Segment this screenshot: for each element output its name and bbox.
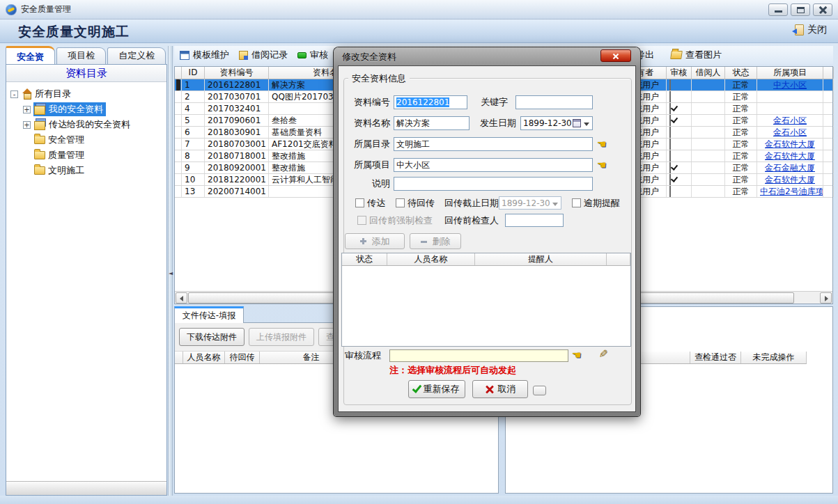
cell-ind: [175, 127, 182, 138]
collapse-left-icon[interactable]: ◄: [169, 269, 173, 278]
tab-自定义检索[interactable]: 自定义检索: [107, 47, 166, 64]
reminder-column-状态[interactable]: 状态: [342, 253, 387, 265]
tree-item-所有目录[interactable]: -所有目录: [9, 86, 166, 102]
reminder-column-提醒人[interactable]: 提醒人: [475, 253, 607, 265]
choose-project-icon[interactable]: ☚: [597, 159, 611, 171]
dropdown-arrow-icon[interactable]: [584, 123, 589, 126]
grid-column-header-project[interactable]: 所属项目: [757, 67, 823, 79]
borrow-records-button[interactable]: 借阅记录: [235, 47, 292, 63]
page-title: 安全质量文明施工: [18, 23, 130, 41]
project-link[interactable]: 金石金融大厦: [765, 163, 815, 173]
expander-icon[interactable]: +: [23, 121, 31, 129]
scroll-left-button[interactable]: [176, 292, 187, 304]
tree-item-传达给我的安全资料[interactable]: +传达给我的安全资料: [9, 117, 166, 132]
transmit-column-blank[interactable]: [175, 352, 183, 363]
project-link[interactable]: 中石油2号油库项: [760, 187, 823, 196]
transmit-column-人员名称[interactable]: 人员名称: [183, 352, 225, 363]
folder-icon: [34, 151, 45, 159]
view-image-button[interactable]: 查看图片: [667, 47, 726, 63]
audit-checkbox[interactable]: [669, 186, 671, 197]
cell-ind: [175, 115, 182, 126]
delete-button[interactable]: 删除: [410, 233, 461, 249]
clear-flow-icon[interactable]: ✎: [594, 348, 608, 361]
small-blank-button[interactable]: [533, 386, 546, 395]
panel-splitter[interactable]: ◄: [168, 46, 173, 496]
tree-item-我的安全资料[interactable]: +我的安全资料: [9, 102, 166, 117]
code-input[interactable]: 2016122801: [394, 95, 467, 109]
cell-audit: [667, 103, 692, 114]
audit-checkbox[interactable]: [669, 162, 671, 173]
close-window-button[interactable]: [813, 3, 832, 16]
audit-checkbox[interactable]: [669, 79, 671, 90]
reminder-table-header: 状态人员名称提醒人: [342, 253, 630, 266]
cell-audit: [667, 91, 692, 102]
tab-安全资料[interactable]: 安全资料: [6, 46, 55, 64]
button-上传填报附件[interactable]: 上传填报附件: [249, 328, 314, 346]
scroll-right-button[interactable]: [820, 292, 832, 304]
add-button[interactable]: 添加: [345, 233, 405, 249]
grid-column-header-extra[interactable]: [823, 67, 834, 79]
project-link[interactable]: 中大小区: [773, 80, 807, 90]
transmit-column-待回传[interactable]: 待回传: [225, 352, 260, 363]
keyword-input[interactable]: [515, 95, 593, 109]
tree-item-质量管理[interactable]: 质量管理: [9, 148, 166, 163]
audit-checkbox[interactable]: [669, 174, 671, 185]
force-check-checkbox[interactable]: [357, 216, 366, 225]
grid-column-header-status[interactable]: 状态: [725, 67, 757, 79]
template-maintenance-button[interactable]: 模板维护: [176, 47, 233, 63]
audit-checkbox[interactable]: [669, 139, 671, 150]
tab-项目检索[interactable]: 项目检索: [56, 47, 106, 64]
project-link[interactable]: 金石软件大厦: [765, 175, 815, 184]
cancel-button[interactable]: 取消: [472, 380, 528, 398]
tree-item-content: 质量管理: [33, 148, 87, 162]
close-module-button[interactable]: 关闭: [795, 24, 827, 36]
project-input[interactable]: 中大小区: [394, 158, 593, 172]
project-link[interactable]: 金石软件大厦: [765, 151, 815, 161]
dialog-title: 修改安全资料: [342, 51, 396, 63]
audit-checkbox[interactable]: [669, 115, 671, 126]
grid-column-header-audit[interactable]: 审核: [667, 67, 692, 79]
overdue-checkbox[interactable]: [572, 198, 581, 207]
expander-icon[interactable]: -: [10, 90, 18, 98]
reminder-column-人员名称[interactable]: 人员名称: [387, 253, 475, 265]
calendar-icon: [573, 119, 581, 127]
project-link[interactable]: 金石软件大厦: [765, 139, 815, 149]
expander-icon[interactable]: +: [23, 106, 31, 113]
tab-file-transmit[interactable]: 文件传达-填报: [174, 306, 244, 323]
grid-column-header-id[interactable]: ID: [182, 67, 205, 79]
checker-input[interactable]: [505, 214, 564, 227]
minimize-button[interactable]: [768, 3, 788, 16]
tree-item-安全管理[interactable]: 安全管理: [9, 132, 166, 148]
date-combo[interactable]: 1899-12-30: [520, 116, 593, 130]
check-column-未完成操作[interactable]: 未完成操作: [741, 352, 807, 363]
cell-project: 金石小区: [757, 127, 823, 138]
project-link[interactable]: 金石小区: [773, 127, 807, 137]
tree-item-文明施工[interactable]: 文明施工: [9, 163, 166, 178]
reminder-column-blank[interactable]: [607, 253, 630, 265]
name-input[interactable]: 解决方案: [394, 116, 470, 130]
desc-input[interactable]: [394, 177, 593, 191]
grid-column-header-ind[interactable]: [175, 67, 182, 79]
audit-checkbox[interactable]: [669, 127, 671, 138]
audit-checkbox[interactable]: [669, 91, 671, 102]
audit-checkbox[interactable]: [669, 103, 671, 114]
choose-directory-icon[interactable]: ☚: [597, 139, 611, 150]
button-下载传达附件[interactable]: 下载传达附件: [179, 328, 245, 346]
project-link[interactable]: 金石小区: [773, 116, 807, 125]
grid-column-header-code[interactable]: 资料编号: [205, 67, 269, 79]
audit-button[interactable]: 审核: [293, 47, 332, 63]
flow-input[interactable]: [389, 349, 568, 362]
deadline-combo[interactable]: 1899-12-30: [499, 196, 561, 210]
cell-extra: [823, 139, 834, 150]
maximize-button[interactable]: [791, 3, 810, 16]
dir-input[interactable]: 文明施工: [394, 137, 593, 151]
save-button[interactable]: 重新保存: [408, 380, 465, 398]
audit-checkbox[interactable]: [669, 150, 671, 162]
flow-label: 审核流程: [339, 349, 381, 363]
choose-flow-icon[interactable]: ☚: [572, 349, 586, 361]
check-column-查检通过否[interactable]: 查检通过否: [690, 352, 741, 363]
await-return-checkbox[interactable]: [396, 198, 405, 207]
grid-column-header-borrower[interactable]: 借阅人: [692, 67, 725, 79]
dialog-close-button[interactable]: [600, 49, 631, 62]
transmit-checkbox[interactable]: [355, 198, 364, 207]
